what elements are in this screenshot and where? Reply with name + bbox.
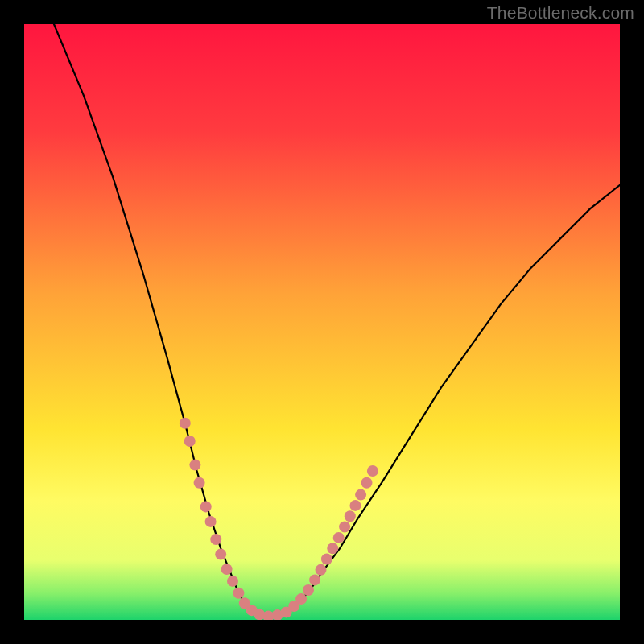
bead-marker <box>355 489 366 501</box>
bead-marker <box>295 593 307 605</box>
bead-marker <box>333 532 345 543</box>
bead-markers <box>180 418 378 620</box>
bead-marker <box>309 574 320 585</box>
bead-marker <box>200 501 212 512</box>
bead-marker <box>194 477 205 489</box>
bead-marker <box>345 510 356 522</box>
bead-marker <box>233 588 244 599</box>
plot-area <box>24 24 620 620</box>
bead-marker <box>339 522 350 533</box>
bead-marker <box>210 534 221 545</box>
bead-marker <box>189 460 200 471</box>
bead-marker <box>361 477 373 489</box>
bead-marker <box>205 516 217 527</box>
bead-marker <box>367 465 378 477</box>
bottleneck-curve <box>54 24 620 617</box>
watermark-text: TheBottleneck.com <box>487 3 634 23</box>
bead-marker <box>221 564 233 575</box>
bead-marker <box>215 549 226 560</box>
bead-marker <box>327 543 338 554</box>
bead-marker <box>180 418 191 429</box>
chart-frame: TheBottleneck.com <box>0 0 644 644</box>
bead-marker <box>321 554 332 565</box>
bead-marker <box>227 576 238 587</box>
bead-marker <box>349 500 361 511</box>
bead-marker <box>316 564 327 576</box>
bead-marker <box>184 436 196 447</box>
bead-marker <box>303 584 314 596</box>
curve-layer <box>24 24 620 620</box>
